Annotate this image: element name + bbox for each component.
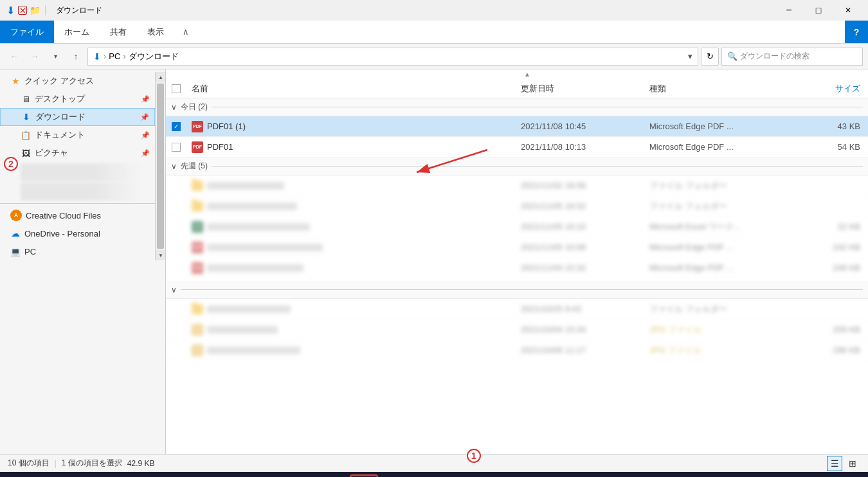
sidebar-item-onedrive[interactable]: ☁ OneDrive - Personal [0,224,155,242]
status-sep1: | [55,459,57,468]
ribbon-tab-file[interactable]: ファイル [0,21,54,43]
group-older[interactable]: ∨ [166,281,868,299]
sidebar-item-downloads[interactable]: ⬇ ダウンロード 📌 [0,108,155,126]
sidebar-desktop-label: デスクトップ [35,93,85,105]
documents-icon: 📋 [21,130,31,140]
file-row-blurred-4[interactable]: PDF 2021/11/05 10:08 Microsoft Edge PDF … [166,237,868,258]
store-button[interactable]: 🛍 [381,474,409,477]
maximize-button[interactable]: □ [804,0,833,21]
file-row-blurred-2[interactable]: 2021/11/05 16:52 ファイル フォルダー [166,196,868,217]
jpg-icon-1: J [192,324,203,336]
cortana-button[interactable]: ○ [288,474,316,477]
taskbar-icon-group: ○ ⊟ 🛍 ✉ [288,474,594,477]
address-dropdown-button[interactable]: ▾ [688,51,692,61]
ribbon-tab-view[interactable]: 表示 [137,21,174,43]
close-button[interactable]: ✕ [833,0,863,21]
header-checkbox[interactable] [172,84,181,93]
header-type[interactable]: 種類 [649,83,791,94]
folder-icon-2 [192,201,203,212]
sidebar-item-documents[interactable]: 📋 ドキュメント 📌 [0,126,155,144]
creative-cloud-label: Creative Cloud Files [26,211,101,221]
avatar-button[interactable] [535,474,563,477]
forward-button[interactable]: → [26,48,44,66]
header-check[interactable] [166,84,186,93]
file-row-pdf01-1[interactable]: ✓ PDF PDF01 (1) 2021/11/08 10:45 Microso… [166,116,868,137]
sidebar-item-desktop[interactable]: 🖥 デスクトップ 📌 [0,90,155,108]
task-view-button[interactable]: ⊟ [319,474,347,477]
sidebar-documents-label: ドキュメント [35,129,85,141]
pdf01-1-checkbox[interactable]: ✓ [172,122,181,131]
sidebar-item-pictures[interactable]: 🖼 ピクチャ 📌 [0,144,155,162]
group-today-line [212,107,863,107]
minimize-button[interactable]: − [774,0,804,21]
file-row-blurred-7[interactable]: J 2021/10/04 15:34 JPG ファイル 209 KB [166,320,868,340]
file-row-blurred-5[interactable]: PDF 2021/11/04 22:32 Microsoft Edge PDF … [166,258,868,278]
pdf01-icon: PDF [192,141,203,153]
start-button[interactable] [3,472,36,477]
address-path[interactable]: ⬇ › PC › ダウンロード ▾ [87,48,698,66]
folder-icon-3 [192,304,203,314]
sidebar-scroll-down[interactable]: ▼ [156,250,166,260]
office-button[interactable]: O [473,474,502,477]
folder-icon-1 [192,181,203,191]
sidebar-scroll-thumb[interactable] [157,84,164,249]
ribbon-collapse-button[interactable]: ∧ [174,21,197,43]
unknown-button-2[interactable]: ▣ [566,474,594,477]
up-button[interactable]: ↑ [67,48,85,66]
sidebar-item-pc[interactable]: 💻 PC [0,242,155,260]
ribbon-tab-home[interactable]: ホーム [54,21,100,43]
header-size[interactable]: サイズ [791,83,868,94]
ribbon-tab-share[interactable]: 共有 [100,21,137,43]
excel-icon-1: X [192,221,203,233]
edge-button[interactable] [442,474,471,477]
jpg-icon-2: J [192,345,203,356]
file-row-blurred-3[interactable]: X 2021/11/05 10:10 Microsoft Excel ワーク..… [166,217,868,237]
group-today-collapse: ∨ [171,103,177,112]
sidebar-scroll-up[interactable]: ▲ [156,72,166,82]
details-view-button[interactable]: ☰ [827,456,842,471]
mail-button[interactable]: ✉ [411,474,440,477]
group-older-line [181,289,863,290]
file-row-blurred-6[interactable]: 2021/10/25 9:43 ファイル フォルダー [166,299,868,320]
sidebar-scroll-track: ▲ ▼ [155,72,165,260]
pdf01-checkbox[interactable] [172,143,181,152]
group-today[interactable]: ∨ 今日 (2) [166,98,868,116]
dropdown-recent-button[interactable]: ▾ [46,48,64,66]
sidebar-quick-access[interactable]: ★ クイック アクセス [0,72,155,90]
file-list: ▲ 名前 更新日時 種類 サイズ ∨ 今日 (2) ✓ [166,69,868,454]
file-row-blurred-1[interactable]: 2021/11/02 16:58 ファイル フォルダー [166,176,868,196]
large-icon-view-button[interactable]: ⊞ [845,456,860,471]
search-box[interactable]: 🔍 ダウンロードの検索 [721,48,863,66]
pdf01-1-check[interactable]: ✓ [166,122,186,131]
file-row-pdf01[interactable]: PDF PDF01 2021/11/08 10:13 Microsoft Edg… [166,137,868,158]
pdf01-name: PDF PDF01 [186,141,521,153]
address-pc-icon: ⬇ [93,51,101,62]
back-button[interactable]: ← [5,48,23,66]
creative-cloud-icon: A [10,210,22,221]
address-sep2: › [123,51,125,61]
ribbon-help-button[interactable]: ? [845,21,868,43]
sidebar-downloads-label: ダウンロード [35,111,86,123]
header-date[interactable]: 更新日時 [521,83,649,94]
header-name[interactable]: 名前 [186,83,521,94]
download-icon: ⬇ [21,112,32,122]
title-icon-blue: ⬇ [5,5,15,15]
file-explorer-button[interactable] [350,474,378,477]
window-title: ダウンロード [51,5,772,16]
file-row-blurred-8[interactable]: J 2021/10/06 11:17 JPG ファイル 296 KB [166,340,868,361]
onedrive-label: OneDrive - Personal [24,229,100,239]
onedrive-icon: ☁ [10,228,21,239]
refresh-button[interactable]: ↻ [701,48,719,66]
group-lastweek[interactable]: ∨ 先週 (5) [166,158,868,176]
pdf01-1-type: Microsoft Edge PDF ... [649,122,791,131]
pdf01-type: Microsoft Edge PDF ... [649,142,791,152]
downloads-pin-icon: 📌 [140,113,149,122]
file-list-header: 名前 更新日時 種類 サイズ [166,79,868,98]
sidebar-item-creative-cloud[interactable]: A Creative Cloud Files [0,206,155,224]
sidebar: ★ クイック アクセス 🖥 デスクトップ 📌 ⬇ ダウンロード 📌 [0,69,166,454]
status-bar: 10 個の項目 | 1 個の項目を選択 42.9 KB ☰ ⊞ [0,454,868,472]
item-count: 10 個の項目 [8,458,50,469]
pdf01-date: 2021/11/08 10:13 [521,142,649,152]
unknown-button-1[interactable] [504,474,532,477]
pdf01-check[interactable] [166,143,186,152]
